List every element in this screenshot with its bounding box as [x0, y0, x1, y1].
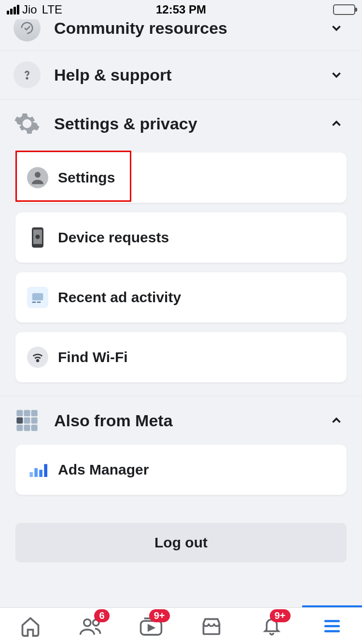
svg-rect-21	[44, 464, 47, 477]
device-icon	[27, 227, 48, 248]
logout-wrap: Log out	[0, 508, 362, 577]
section-community-resources[interactable]: Community resources	[0, 19, 362, 50]
svg-rect-14	[31, 418, 38, 424]
svg-rect-15	[16, 425, 23, 431]
question-icon	[14, 61, 41, 88]
svg-point-1	[35, 172, 41, 178]
section-help-support[interactable]: Help & support	[0, 50, 362, 99]
wifi-icon	[27, 347, 48, 368]
carrier-label: Jio	[22, 3, 37, 16]
status-right	[333, 4, 355, 15]
chevron-up-icon	[329, 116, 344, 131]
settings-privacy-items: Settings Device requests Recent ad activ…	[0, 148, 362, 396]
svg-point-22	[84, 619, 90, 626]
svg-point-8	[37, 360, 39, 362]
ad-activity-icon	[27, 287, 48, 308]
badge-notifications: 9+	[270, 609, 291, 622]
nav-marketplace[interactable]	[197, 612, 225, 640]
section-also-from-meta[interactable]: Also from Meta	[0, 396, 362, 445]
svg-rect-10	[24, 410, 30, 416]
svg-point-0	[27, 78, 28, 79]
svg-rect-13	[24, 418, 30, 424]
section-label: Also from Meta	[54, 411, 329, 430]
card-settings[interactable]: Settings	[15, 153, 347, 203]
nav-watch[interactable]: 9+	[137, 612, 165, 640]
card-label: Find Wi-Fi	[58, 349, 128, 365]
handshake-icon	[14, 19, 41, 42]
profile-icon	[27, 167, 48, 188]
section-settings-privacy[interactable]: Settings & privacy	[0, 99, 362, 148]
bottom-nav: 6 9+ 9+	[0, 607, 362, 644]
apps-grid-icon	[14, 407, 41, 434]
card-label: Device requests	[58, 229, 169, 246]
svg-rect-6	[32, 302, 36, 303]
svg-rect-9	[16, 410, 23, 416]
signal-icon	[7, 5, 19, 14]
svg-rect-5	[32, 293, 43, 300]
status-bar: Jio LTE 12:53 PM	[0, 0, 362, 19]
clock: 12:53 PM	[156, 3, 206, 16]
card-device-requests[interactable]: Device requests	[15, 212, 347, 263]
nav-menu[interactable]	[318, 612, 346, 640]
svg-rect-7	[37, 302, 41, 303]
section-label: Help & support	[54, 66, 329, 84]
svg-rect-16	[24, 425, 30, 431]
battery-icon	[333, 4, 355, 15]
chevron-down-icon	[329, 68, 344, 82]
svg-rect-18	[29, 472, 33, 477]
status-left: Jio LTE	[7, 3, 62, 16]
svg-rect-12	[16, 418, 23, 424]
svg-rect-11	[31, 410, 38, 416]
content-scroll[interactable]: Community resources Help & support Setti…	[0, 19, 362, 607]
svg-rect-19	[34, 468, 38, 477]
meta-items: Ads Manager	[0, 445, 362, 508]
card-label: Settings	[58, 169, 115, 186]
bars-chart-icon	[27, 459, 48, 480]
svg-point-4	[36, 235, 40, 239]
network-label: LTE	[42, 3, 62, 16]
nav-notifications[interactable]: 9+	[258, 612, 286, 640]
badge-friends: 6	[94, 609, 109, 622]
card-recent-ad-activity[interactable]: Recent ad activity	[15, 272, 347, 322]
gear-icon	[14, 110, 41, 137]
nav-friends[interactable]: 6	[77, 612, 105, 640]
svg-rect-20	[39, 470, 42, 477]
section-label: Settings & privacy	[54, 114, 329, 133]
badge-watch: 9+	[149, 609, 170, 622]
card-label: Ads Manager	[58, 462, 149, 478]
card-find-wifi[interactable]: Find Wi-Fi	[15, 332, 347, 382]
chevron-down-icon	[329, 21, 344, 35]
section-label: Community resources	[54, 19, 329, 38]
svg-rect-17	[31, 425, 38, 431]
logout-button[interactable]: Log out	[15, 523, 347, 562]
card-label: Recent ad activity	[58, 289, 181, 306]
card-ads-manager[interactable]: Ads Manager	[15, 445, 347, 495]
chevron-up-icon	[329, 413, 344, 428]
nav-home[interactable]	[16, 612, 44, 640]
